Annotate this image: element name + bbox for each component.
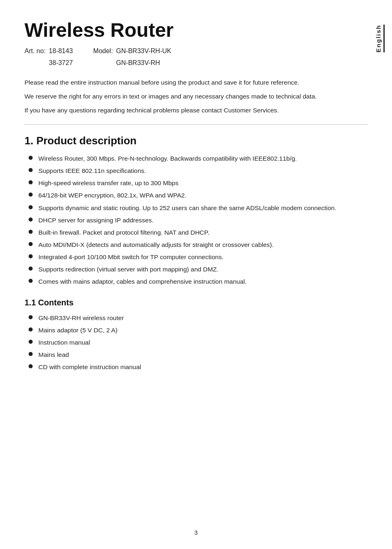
list-item: Supports dynamic and static routing. Up … — [24, 203, 368, 213]
art-no-value-2: 38-3727 — [49, 57, 73, 69]
bullet-dot-icon — [29, 217, 33, 222]
bullet-dot-icon — [29, 327, 33, 332]
list-item-text: Comes with mains adaptor, cables and com… — [38, 277, 247, 287]
list-item-text: Instruction manual — [38, 338, 90, 347]
model-value-1: GN-BR33V-RH-UK — [116, 45, 171, 57]
list-item-text: Mains adaptor (5 V DC, 2 A) — [38, 325, 118, 335]
list-item: Instruction manual — [24, 338, 368, 347]
list-item: Mains adaptor (5 V DC, 2 A) — [24, 325, 368, 335]
list-item: Wireless Router, 300 Mbps. Pre-N-technol… — [24, 154, 368, 164]
page-number: 3 — [194, 529, 198, 536]
list-item-text: High-speed wireless transfer rate, up to… — [38, 178, 178, 188]
list-item-text: Wireless Router, 300 Mbps. Pre-N-technol… — [38, 154, 297, 164]
list-item-text: GN-BR33V-RH wireless router — [38, 313, 124, 323]
bullet-dot-icon — [29, 156, 33, 160]
language-label: English — [375, 25, 385, 52]
list-item-text: Built-in firewall. Packet and protocol f… — [38, 228, 209, 238]
list-item-text: 64/128-bit WEP encryption, 802.1x, WPA a… — [38, 190, 187, 200]
list-item-text: Mains lead — [38, 350, 69, 360]
product-meta: Art. no: 18-8143 38-3727 Model: GN-BR33V… — [24, 45, 368, 69]
section1-heading: 1. Product description — [24, 134, 368, 147]
bullet-dot-icon — [29, 254, 33, 258]
intro-text-3: If you have any questions regarding tech… — [24, 105, 368, 115]
bullet-dot-icon — [29, 180, 33, 184]
art-no-value-1: 18-8143 — [49, 45, 73, 57]
art-no-block: Art. no: 18-8143 38-3727 — [24, 45, 73, 69]
list-item: High-speed wireless transfer rate, up to… — [24, 178, 368, 188]
list-item-text: Supports dynamic and static routing. Up … — [38, 203, 336, 213]
bullet-dot-icon — [29, 352, 33, 356]
art-no-label: Art. no: — [24, 45, 46, 69]
bullet-dot-icon — [29, 242, 33, 246]
list-item-text: Supports redirection (virtual server wit… — [38, 264, 218, 274]
page-title: Wireless Router — [24, 20, 368, 41]
bullet-dot-icon — [29, 193, 33, 197]
list-item-text: Integrated 4-port 10/100 Mbit switch for… — [38, 252, 223, 262]
list-item: Comes with mains adaptor, cables and com… — [24, 277, 368, 287]
list-item: Supports IEEE 802.11n specifications. — [24, 166, 368, 176]
section1-bullet-list: Wireless Router, 300 Mbps. Pre-N-technol… — [24, 154, 368, 286]
list-item-text: Supports IEEE 802.11n specifications. — [38, 166, 146, 176]
bullet-dot-icon — [29, 267, 33, 271]
model-values: GN-BR33V-RH-UK GN-BR33V-RH — [116, 45, 171, 69]
model-block: Model: GN-BR33V-RH-UK GN-BR33V-RH — [93, 45, 171, 69]
intro-text-1: Please read the entire instruction manua… — [24, 78, 368, 87]
list-item: Auto MDI/MDI-X (detects and automaticall… — [24, 240, 368, 250]
bullet-dot-icon — [29, 315, 33, 319]
bullet-dot-icon — [29, 205, 33, 209]
list-item-text: DHCP server for assigning IP addresses. — [38, 215, 154, 225]
list-item: Mains lead — [24, 350, 368, 360]
bullet-dot-icon — [29, 340, 33, 344]
model-value-2: GN-BR33V-RH — [116, 57, 171, 69]
list-item: GN-BR33V-RH wireless router — [24, 313, 368, 323]
list-item: DHCP server for assigning IP addresses. — [24, 215, 368, 225]
list-item: CD with complete instruction manual — [24, 362, 368, 372]
list-item: Built-in firewall. Packet and protocol f… — [24, 228, 368, 238]
list-item-text: Auto MDI/MDI-X (detects and automaticall… — [38, 240, 274, 250]
list-item-text: CD with complete instruction manual — [38, 362, 141, 372]
model-label: Model: — [93, 45, 113, 69]
list-item: Supports redirection (virtual server wit… — [24, 264, 368, 274]
section11-bullet-list: GN-BR33V-RH wireless routerMains adaptor… — [24, 313, 368, 372]
bullet-dot-icon — [29, 168, 33, 172]
bullet-dot-icon — [29, 364, 33, 368]
bullet-dot-icon — [29, 279, 33, 283]
page-container: English Wireless Router Art. no: 18-8143… — [0, 0, 392, 549]
divider — [24, 124, 368, 125]
list-item: 64/128-bit WEP encryption, 802.1x, WPA a… — [24, 190, 368, 200]
bullet-dot-icon — [29, 230, 33, 234]
art-no-values: 18-8143 38-3727 — [49, 45, 73, 69]
list-item: Integrated 4-port 10/100 Mbit switch for… — [24, 252, 368, 262]
intro-text-2: We reserve the right for any errors in t… — [24, 92, 368, 101]
section11-heading: 1.1 Contents — [24, 298, 368, 307]
